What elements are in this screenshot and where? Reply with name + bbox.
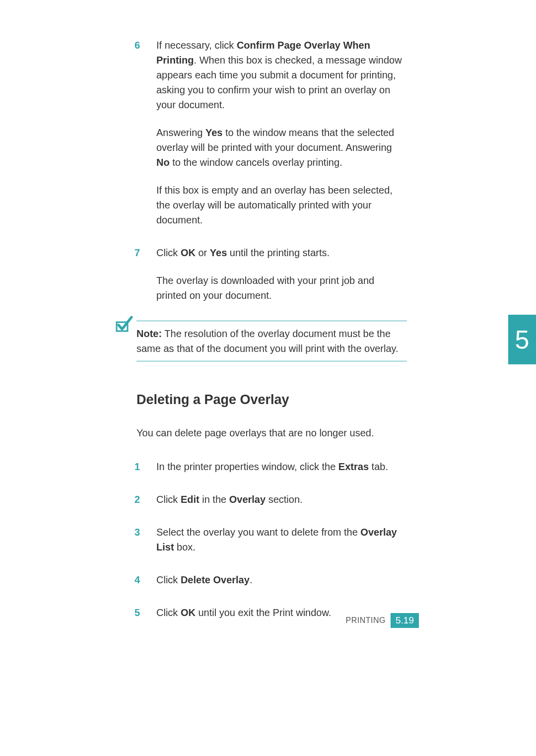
step-number: 5 xyxy=(134,605,140,620)
document-page: 6 If necessary, click Confirm Page Overl… xyxy=(0,0,536,756)
text: tab. xyxy=(369,461,388,472)
text: Select the overlay you want to delete fr… xyxy=(156,527,360,538)
checkmark-icon xyxy=(114,314,134,334)
bold-text: Delete Overlay xyxy=(181,574,250,585)
text: Answering xyxy=(156,127,205,138)
step-number: 2 xyxy=(134,492,140,507)
text: until the printing starts. xyxy=(227,247,330,258)
chapter-tab: 5 xyxy=(508,315,536,364)
step-number: 6 xyxy=(134,38,140,53)
text: Click xyxy=(156,494,181,505)
step-6-para-1: If necessary, click Confirm Page Overlay… xyxy=(156,38,407,112)
footer-section-label: PRINTING xyxy=(346,616,386,625)
page-footer: PRINTING 5.19 xyxy=(346,613,419,628)
step-6-para-3: If this box is empty and an overlay has … xyxy=(156,183,407,227)
bold-text: OK xyxy=(181,247,196,258)
step-6: 6 If necessary, click Confirm Page Overl… xyxy=(136,38,407,227)
step-number: 7 xyxy=(134,245,140,260)
text: Click xyxy=(156,247,181,258)
section-intro: You can delete page overlays that are no… xyxy=(136,425,407,440)
text: Click xyxy=(156,574,181,585)
footer-page-number: 5.19 xyxy=(391,613,419,628)
step-7-para-2: The overlay is downloaded with your prin… xyxy=(156,273,407,303)
text: . xyxy=(250,574,253,585)
text: Click xyxy=(156,607,181,618)
bold-text: Edit xyxy=(181,494,200,505)
step-number: 4 xyxy=(134,572,140,587)
step-2: 2 Click Edit in the Overlay section. xyxy=(136,492,407,507)
step-number: 1 xyxy=(134,459,140,474)
text: In the printer properties window, click … xyxy=(156,461,338,472)
text: or xyxy=(196,247,210,258)
step-3: 3 Select the overlay you want to delete … xyxy=(136,525,407,554)
step-7-para-1: Click OK or Yes until the printing start… xyxy=(156,245,407,260)
text: If necessary, click xyxy=(156,40,237,51)
note-block: Note: The resolution of the overlay docu… xyxy=(136,321,407,361)
chapter-number: 5 xyxy=(515,325,530,354)
bold-text: Yes xyxy=(205,127,222,138)
bold-text: No xyxy=(156,157,170,168)
text: section. xyxy=(266,494,302,505)
step-4: 4 Click Delete Overlay. xyxy=(136,572,407,587)
step-number: 3 xyxy=(134,525,140,540)
text: box. xyxy=(174,542,196,552)
step-6-para-2: Answering Yes to the window means that t… xyxy=(156,125,407,170)
bold-text: OK xyxy=(181,607,196,618)
step-1: 1 In the printer properties window, clic… xyxy=(136,459,407,474)
text: in the xyxy=(200,494,229,505)
note-text: The resolution of the overlay document m… xyxy=(136,328,399,354)
bold-text: Extras xyxy=(338,461,369,472)
text: to the window cancels overlay printing. xyxy=(170,157,342,168)
section-heading: Deleting a Page Overlay xyxy=(136,392,407,408)
step-7: 7 Click OK or Yes until the printing sta… xyxy=(136,245,407,303)
bold-text: Overlay xyxy=(229,494,266,505)
text: until you exit the Print window. xyxy=(196,607,331,618)
note-label: Note: xyxy=(136,328,162,339)
bold-text: Yes xyxy=(210,247,227,258)
page-content: 6 If necessary, click Confirm Page Overl… xyxy=(136,38,407,638)
